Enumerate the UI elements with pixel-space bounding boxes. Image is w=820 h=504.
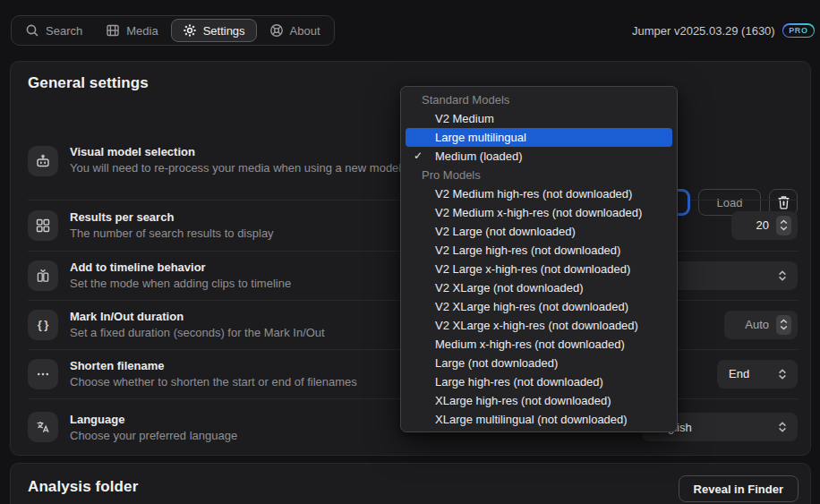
menu-item[interactable]: V2 XLarge (not downloaded): [406, 278, 672, 297]
shorten-filename-value: End: [729, 367, 749, 380]
timeline-clips-icon: [28, 261, 58, 291]
menu-item[interactable]: Large multilingual: [406, 128, 672, 147]
ellipsis-icon: [28, 359, 58, 389]
tab-search[interactable]: Search: [14, 19, 93, 42]
top-navbar: Search Media Settings About: [11, 15, 335, 46]
robot-icon: [28, 146, 58, 176]
app-version: Jumper v2025.03.29 (1630): [632, 24, 775, 38]
row-language-title: Language: [70, 413, 237, 426]
settings-gear-icon: [183, 23, 197, 38]
menu-item[interactable]: ✓Medium (loaded): [406, 147, 672, 166]
select-chevrons-icon: [776, 368, 789, 380]
row-results-title: Results per search: [70, 210, 274, 224]
menu-item[interactable]: Large high-res (not downloaded): [406, 372, 672, 391]
tab-settings-label: Settings: [203, 24, 245, 38]
mark-inout-duration-stepper[interactable]: Auto: [724, 311, 798, 339]
menu-item[interactable]: V2 Large (not downloaded): [406, 222, 672, 241]
row-shorten-title: Shorten filename: [70, 359, 357, 372]
translate-icon: [28, 412, 58, 442]
reveal-in-finder-button[interactable]: Reveal in Finder: [679, 475, 799, 502]
menu-section-header: Standard Models: [406, 90, 672, 109]
row-markio-title: Mark In/Out duration: [70, 310, 325, 323]
search-icon: [25, 23, 39, 38]
tab-about[interactable]: About: [259, 19, 331, 42]
menu-section-header: Pro Models: [406, 166, 672, 184]
tab-search-label: Search: [46, 24, 82, 38]
model-menu: Standard ModelsV2 MediumLarge multilingu…: [400, 86, 678, 432]
analysis-folder-title: Analysis folder: [28, 478, 138, 496]
menu-item[interactable]: XLarge multilingual (not downloaded): [406, 410, 672, 429]
pro-badge: PRO: [782, 23, 815, 38]
mark-inout-duration-value: Auto: [745, 318, 769, 331]
shorten-filename-select[interactable]: End: [717, 360, 798, 389]
tab-media-label: Media: [126, 24, 158, 38]
menu-item[interactable]: V2 Medium x-high-res (not downloaded): [406, 203, 672, 222]
media-icon: [106, 23, 120, 38]
results-per-search-stepper[interactable]: 20: [731, 211, 798, 240]
grid-icon: [28, 210, 58, 241]
menu-item[interactable]: V2 XLarge high-res (not downloaded): [406, 297, 672, 316]
braces-icon: { }: [28, 310, 58, 340]
checkmark-icon: ✓: [414, 147, 423, 166]
tab-settings[interactable]: Settings: [171, 19, 257, 42]
menu-item[interactable]: XLarge high-res (not downloaded): [406, 391, 672, 410]
general-settings-title: General settings: [28, 74, 149, 92]
stepper-arrows-icon[interactable]: [776, 216, 791, 235]
select-chevrons-icon: [776, 421, 789, 433]
menu-item[interactable]: V2 Medium: [406, 109, 672, 128]
menu-item[interactable]: V2 Large x-high-res (not downloaded): [406, 260, 672, 278]
tab-about-label: About: [290, 24, 320, 38]
menu-item[interactable]: V2 Large high-res (not downloaded): [406, 241, 672, 260]
row-language-subtitle: Choose your preferred language: [70, 429, 237, 442]
row-markio-subtitle: Set a fixed duration (seconds) for the M…: [70, 326, 325, 339]
row-visual-model-subtitle: You will need to re-process your media w…: [70, 161, 423, 175]
stepper-arrows-icon[interactable]: [776, 315, 791, 335]
pro-badge-label: PRO: [789, 26, 807, 35]
header-right: Jumper v2025.03.29 (1630) PRO: [632, 22, 815, 38]
menu-item[interactable]: V2 XLarge x-high-res (not downloaded): [406, 316, 672, 335]
row-shorten-subtitle: Choose whether to shorten the start or e…: [70, 375, 357, 389]
menu-item[interactable]: V2 Medium high-res (not downloaded): [406, 184, 672, 203]
select-chevrons-icon: [776, 269, 789, 282]
about-icon: [269, 23, 284, 38]
analysis-folder-card: Analysis folder Reveal in Finder: [10, 463, 811, 504]
menu-item[interactable]: Medium x-high-res (not downloaded): [406, 335, 672, 354]
row-timeline-subtitle: Set the mode when adding clips to timeli…: [70, 277, 291, 290]
tab-media[interactable]: Media: [95, 19, 168, 42]
results-per-search-value: 20: [756, 218, 769, 232]
row-visual-model-title: Visual model selection: [70, 145, 423, 158]
menu-item[interactable]: Large (not downloaded): [406, 354, 672, 372]
row-timeline-title: Add to timeline behavior: [70, 261, 291, 274]
row-results-subtitle: The number of search results to display: [70, 226, 274, 240]
